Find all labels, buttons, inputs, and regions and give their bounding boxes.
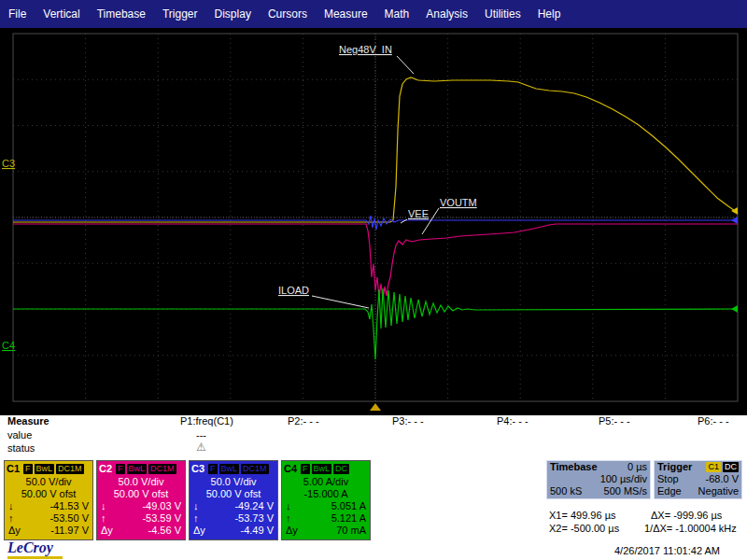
channel-measure: Δy-4.56 V bbox=[97, 525, 185, 537]
channel-measure: Δy-11.97 V bbox=[5, 525, 92, 537]
measure-title: Measure bbox=[7, 415, 49, 427]
measure-p4[interactable]: P4:- - - bbox=[497, 415, 529, 427]
menu-item-cursors[interactable]: Cursors bbox=[260, 7, 316, 21]
channel-descriptor-c3[interactable]: C3FBwLDC1M50.0 V/div50.00 V ofst↓-49.24 … bbox=[189, 460, 278, 540]
waveform-display[interactable] bbox=[0, 28, 747, 415]
menu-bar: FileVerticalTimebaseTriggerDisplayCursor… bbox=[0, 0, 747, 28]
channel-badge-f: F bbox=[116, 464, 125, 474]
channel-setting: 50.0 V/div bbox=[5, 476, 92, 488]
channel-badge-f: F bbox=[23, 464, 33, 474]
timebase-scale: 100 µs/div bbox=[600, 473, 647, 485]
measure-status-label: status bbox=[7, 442, 35, 454]
trigger-level: -68.0 V bbox=[706, 473, 739, 485]
channel-descriptor-c4[interactable]: C4FBwLDC5.00 A/div-15.000 A↓5.051 A↑5.12… bbox=[281, 460, 371, 540]
measure-value-label: value bbox=[7, 429, 32, 441]
measure-p5[interactable]: P5:- - - bbox=[599, 415, 630, 427]
trigger-source-badge: C1 bbox=[706, 462, 721, 472]
channel-descriptors: C1FBwLDC1M50.0 V/div50.00 V ofst↓-41.53 … bbox=[4, 460, 371, 540]
channel-setting: 50.00 V ofst bbox=[190, 488, 277, 500]
cursor-invdx: 1/ΔX= -1.00004 kHz bbox=[644, 523, 737, 534]
timebase-title: Timebase bbox=[550, 461, 598, 473]
channel-badge-f: F bbox=[301, 464, 310, 474]
channel-measure: ↓-49.03 V bbox=[97, 500, 185, 512]
channel-badge-bwl: BwL bbox=[127, 464, 148, 474]
measure-p6[interactable]: P6:- - - bbox=[698, 415, 729, 427]
channel-setting: 5.00 A/div bbox=[282, 476, 370, 488]
trigger-coupling-badge: DC bbox=[723, 462, 739, 472]
cursor-dx: ΔX= -999.96 µs bbox=[651, 510, 722, 521]
channel-badge-dc1m: DC1M bbox=[148, 464, 176, 474]
channel-measure: ↓-41.53 V bbox=[5, 500, 92, 512]
trigger-slope: Negative bbox=[698, 485, 739, 497]
channel-measure: ↑-53.59 V bbox=[97, 512, 185, 525]
menu-item-trigger[interactable]: Trigger bbox=[154, 7, 206, 21]
channel-id: C1 bbox=[7, 463, 20, 474]
menu-item-help[interactable]: Help bbox=[529, 7, 570, 21]
channel-measure: ↑-53.50 V bbox=[5, 512, 92, 525]
channel-id: C2 bbox=[99, 463, 112, 474]
menu-item-analysis[interactable]: Analysis bbox=[417, 7, 476, 21]
channel-measure: ↓-49.24 V bbox=[190, 500, 277, 512]
trigger-mode: Stop bbox=[657, 473, 679, 485]
channel-setting: 50.0 V/div bbox=[97, 476, 185, 488]
timebase-rate: 500 MS/s bbox=[604, 485, 647, 497]
measure-p3[interactable]: P3:- - - bbox=[392, 415, 424, 427]
channel-measure: Δy70 mA bbox=[282, 525, 370, 537]
channel-badge-bwl: BwL bbox=[219, 464, 240, 474]
menu-item-file[interactable]: File bbox=[0, 7, 35, 21]
menu-item-utilities[interactable]: Utilities bbox=[476, 7, 529, 21]
cursor-x1: X1= 499.96 µs bbox=[549, 510, 615, 521]
channel-measure: ↓5.051 A bbox=[282, 500, 370, 512]
channel-setting: 50.00 V ofst bbox=[5, 488, 92, 500]
menu-item-measure[interactable]: Measure bbox=[316, 7, 376, 21]
channel-badge-dc: DC bbox=[333, 464, 349, 474]
datetime: 4/26/2017 11:01:42 AM bbox=[614, 545, 720, 556]
channel-measure: ↑-53.73 V bbox=[190, 512, 277, 525]
timebase-samples: 500 kS bbox=[550, 485, 582, 497]
channel-descriptor-c1[interactable]: C1FBwLDC1M50.0 V/div50.00 V ofst↓-41.53 … bbox=[4, 460, 93, 540]
channel-setting: -15.000 A bbox=[282, 488, 370, 500]
channel-badge-dc1m: DC1M bbox=[56, 464, 84, 474]
channel-badge-bwl: BwL bbox=[312, 464, 332, 474]
trigger-box[interactable]: Trigger C1 DC Stop -68.0 V Edge Negative bbox=[654, 460, 742, 499]
channel-badge-f: F bbox=[208, 464, 218, 474]
channel-setting: 50.00 V ofst bbox=[97, 488, 185, 500]
menu-item-display[interactable]: Display bbox=[206, 7, 260, 21]
trigger-type: Edge bbox=[657, 485, 682, 497]
menu-item-vertical[interactable]: Vertical bbox=[35, 7, 88, 21]
menu-item-math[interactable]: Math bbox=[376, 7, 418, 21]
channel-id: C3 bbox=[191, 463, 204, 474]
channel-measure: Δy-4.49 V bbox=[190, 525, 277, 537]
channel-descriptor-c2[interactable]: C2FBwLDC1M50.0 V/div50.00 V ofst↓-49.03 … bbox=[96, 460, 186, 540]
lecroy-logo: LeCroy bbox=[7, 539, 63, 559]
channel-measure: ↑5.121 A bbox=[282, 512, 370, 525]
menu-item-timebase[interactable]: Timebase bbox=[89, 7, 154, 21]
measure-p2[interactable]: P2:- - - bbox=[288, 415, 319, 427]
channel-badge-bwl: BwL bbox=[35, 464, 55, 474]
channel-id: C4 bbox=[284, 463, 297, 474]
cursor-x2: X2= -500.00 µs bbox=[549, 523, 619, 534]
timebase-box[interactable]: Timebase 0 µs 100 µs/div 500 kS 500 MS/s bbox=[546, 460, 651, 499]
timebase-offset: 0 µs bbox=[627, 461, 647, 473]
channel-badge-dc1m: DC1M bbox=[241, 464, 269, 474]
measure-p1[interactable]: P1:freq(C1) bbox=[180, 415, 233, 427]
trigger-title: Trigger bbox=[657, 461, 692, 473]
measure-value-p1: --- bbox=[196, 429, 206, 441]
warning-icon: ⚠ bbox=[196, 441, 206, 454]
channel-setting: 50.0 V/div bbox=[190, 476, 277, 488]
